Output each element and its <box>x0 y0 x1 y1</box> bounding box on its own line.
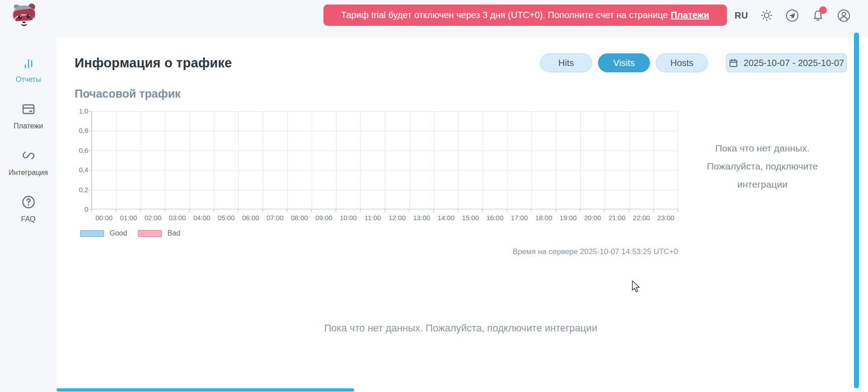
y-axis-tick <box>89 170 91 170</box>
chart-empty-message: Пока что нет данных. Пожалуйста, подключ… <box>690 139 835 237</box>
date-range-picker[interactable]: 2025-10-07 - 2025-10-07 <box>726 53 847 72</box>
x-axis-label: 01:00 <box>116 212 141 222</box>
banner-text: Тариф trial будет отключен через 3 дня (… <box>341 10 668 20</box>
trial-warning-banner: Тариф trial будет отключен через 3 дня (… <box>323 5 727 26</box>
y-axis-tick <box>89 209 91 210</box>
x-axis-label: 04:00 <box>190 212 214 222</box>
payments-link[interactable]: Платежи <box>671 10 709 20</box>
x-axis-label: 06:00 <box>238 212 263 222</box>
x-axis-label: 14:00 <box>434 212 458 222</box>
x-axis-label: 16:00 <box>483 212 507 222</box>
server-time: Время на сервере 2025-10-07 14:53:25 UTC… <box>75 247 678 256</box>
telegram-icon[interactable] <box>785 8 800 23</box>
x-axis-label: 02:00 <box>141 212 165 222</box>
y-axis-tick <box>89 111 91 112</box>
sidebar-item-label: Интеграция <box>9 169 48 177</box>
chart-empty-state: Пока что нет данных. Пожалуйста, подключ… <box>678 111 847 237</box>
language-switcher[interactable]: RU <box>735 10 748 21</box>
sidebar-item-label: FAQ <box>21 215 35 223</box>
main-content: Информация о трафике Hits Visits Hosts 2… <box>57 38 868 392</box>
sidebar-item-label: Отчеты <box>16 76 41 84</box>
theme-sun-icon[interactable] <box>759 8 774 23</box>
x-axis-label: 19:00 <box>556 212 580 222</box>
x-axis-label: 09:00 <box>312 212 336 222</box>
integration-link-icon <box>21 148 36 165</box>
app-window: Тариф trial будет отключен через 3 дня (… <box>0 0 868 392</box>
chart-y-axis: 1,00,80,60,40,20 <box>75 111 88 210</box>
credit-card-icon <box>21 102 36 118</box>
sidebar-item-faq[interactable]: FAQ <box>0 195 57 223</box>
x-axis-label: 08:00 <box>287 212 312 222</box>
sidebar-item-reports[interactable]: Отчеты <box>0 55 57 84</box>
sidebar: Отчеты Платежи Интеграция <box>0 38 57 392</box>
x-axis-label: 10:00 <box>336 212 360 222</box>
sidebar-item-integration[interactable]: Интеграция <box>0 148 57 177</box>
y-axis-label: 0,8 <box>75 127 88 135</box>
x-axis-label: 05:00 <box>214 212 238 222</box>
y-axis-label: 1,0 <box>75 107 88 115</box>
legend-item-bad: Bad <box>138 229 180 237</box>
x-axis-label: 12:00 <box>385 212 409 222</box>
y-axis-tick <box>89 131 91 131</box>
raccoon-logo-icon[interactable] <box>10 2 38 28</box>
vertical-scrollbar[interactable] <box>854 33 859 388</box>
horizontal-scrollbar[interactable] <box>57 388 354 392</box>
legend-item-good: Good <box>80 229 127 237</box>
notifications-bell-icon[interactable] <box>811 8 825 23</box>
calendar-icon <box>729 58 738 68</box>
account-user-icon[interactable] <box>837 8 851 23</box>
chart-legend: GoodBad <box>80 229 678 237</box>
legend-swatch <box>80 230 104 237</box>
header-actions: RU <box>735 6 851 24</box>
y-axis-label: 0,2 <box>75 186 88 194</box>
x-axis-label: 20:00 <box>580 212 605 222</box>
view-tabs: Hits Visits Hosts <box>540 53 708 72</box>
y-axis-tick <box>89 190 91 190</box>
tab-visits[interactable]: Visits <box>598 53 650 72</box>
y-axis-label: 0,6 <box>75 146 88 155</box>
x-axis-label: 23:00 <box>654 212 678 222</box>
x-axis-label: 03:00 <box>165 212 190 222</box>
chart-x-axis: 00:0001:0002:0003:0004:0005:0006:0007:00… <box>92 212 678 222</box>
sidebar-item-payments[interactable]: Платежи <box>0 102 57 130</box>
chart-section-title: Почасовой трафик <box>75 87 847 100</box>
y-axis-label: 0 <box>75 205 88 213</box>
chart-plot-area <box>91 111 678 209</box>
legend-swatch <box>138 230 162 237</box>
x-axis-label: 22:00 <box>629 212 654 222</box>
tab-hits[interactable]: Hits <box>540 53 592 72</box>
notification-badge <box>819 6 827 14</box>
sidebar-item-label: Платежи <box>14 122 43 130</box>
x-axis-label: 07:00 <box>263 212 287 222</box>
bottom-empty-message: Пока что нет данных. Пожалуйста, подключ… <box>75 322 847 334</box>
x-axis-label: 15:00 <box>458 212 483 222</box>
x-axis-label: 00:00 <box>92 212 116 222</box>
x-axis-label: 21:00 <box>605 212 629 222</box>
x-axis-label: 13:00 <box>409 212 434 222</box>
legend-label: Bad <box>167 229 180 237</box>
x-axis-label: 18:00 <box>531 212 556 222</box>
tab-hosts[interactable]: Hosts <box>656 53 708 72</box>
bar-chart-icon <box>21 55 36 71</box>
hourly-traffic-chart: 1,00,80,60,40,20 00:0001:0002:0003:0004:… <box>75 111 678 237</box>
y-axis-tick <box>89 151 91 151</box>
y-axis-label: 0,4 <box>75 166 88 174</box>
faq-question-icon <box>21 195 36 211</box>
legend-label: Good <box>109 229 127 237</box>
page-title: Информация о трафике <box>75 56 232 71</box>
x-axis-label: 11:00 <box>360 212 385 222</box>
date-range-value: 2025-10-07 - 2025-10-07 <box>744 58 844 68</box>
x-axis-label: 17:00 <box>507 212 531 222</box>
